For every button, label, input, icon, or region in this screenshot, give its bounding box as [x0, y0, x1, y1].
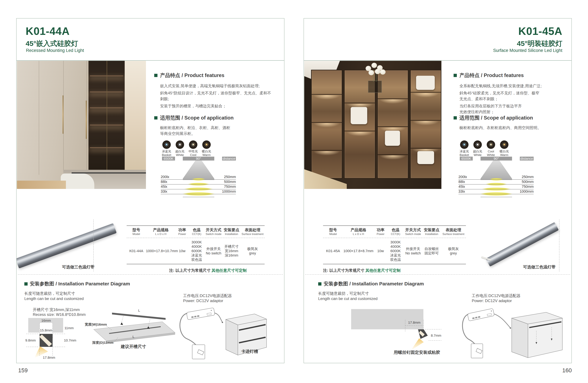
- recess-size-cn: 开槽尺寸:宽16mm,深11mm: [33, 307, 80, 312]
- scope-line: 橱柜柜底柜内、柜沿、衣柜、高柜、酒柜: [160, 125, 273, 131]
- lux-label: 88lx: [161, 180, 167, 184]
- vertical-divider: [559, 220, 559, 271]
- table-header-row: 型号Model 产品规格L x D x H 功率Power 色温CCT(K) 开…: [127, 225, 265, 238]
- custom-size-note: 注: 以上尺寸为常规尺寸 其他任意尺寸可定制: [323, 268, 400, 273]
- bullet-square-icon: [318, 282, 321, 286]
- light-label-en: Basket: [458, 153, 471, 157]
- table-header-cell: 开关方式Switch mode: [205, 228, 223, 236]
- storage-box: [385, 131, 400, 146]
- length-note-en: Length can be cut and customized: [318, 296, 378, 301]
- section-divider: [305, 274, 570, 275]
- install-section-header: 安装参数图 / Installation Parameter Diagram: [318, 281, 424, 287]
- recess-diagram: 16mm 11mm 15.8mm 9.8mm 10.7mm 17.8mm: [25, 317, 79, 361]
- svg-text:L: L: [138, 308, 140, 312]
- table-header-cell: 开关方式Switch mode: [404, 228, 422, 236]
- chart-line: [183, 197, 214, 197]
- light-label-cn: 中性光: [186, 150, 200, 153]
- distance-bar: distance: [520, 157, 534, 160]
- header-divider: [304, 60, 571, 61]
- install-value: 自攻螺丝固定即可: [422, 247, 441, 255]
- left-page-photo: [17, 61, 146, 189]
- floor: [17, 181, 66, 189]
- light-label-cn: 暖白光: [200, 150, 213, 153]
- length-note-cn: 长度可随意裁切，可定制尺寸: [318, 291, 369, 296]
- product-profile-image: [21, 221, 112, 265]
- light-mode-white: ☀ 超白光 White: [173, 140, 187, 157]
- svg-text:卡进灯槽: 卡进灯槽: [241, 349, 258, 354]
- sun-icon: ☀: [500, 140, 508, 149]
- vertical-divider: [93, 220, 94, 271]
- light-mode-ice-blue: ☀ 冰蓝光 Basket: [160, 140, 173, 157]
- aluminum-profile: [486, 222, 559, 267]
- distance-label: 250mm: [522, 175, 534, 179]
- table-header-cell: 功率Power: [176, 228, 189, 236]
- sun-icon: ☀: [176, 140, 184, 149]
- distance-label: 500mm: [224, 180, 236, 184]
- cct-value: 3000K4000K6000K冰蓝光双色温: [189, 240, 205, 262]
- feature-line: 当灯条应用在层板的下方于板边平齐: [460, 103, 561, 109]
- power-note-cn: 工作电压:DC12V电源适配器: [183, 293, 232, 298]
- flowers: [360, 62, 389, 93]
- surface-value: 极简灰grey: [240, 247, 265, 255]
- product-title-cn: 45°明装硅胶灯: [517, 39, 562, 48]
- table-header-cell: 功率Power: [374, 228, 387, 236]
- scope-header-text: 适用范围 / Scope of application: [160, 115, 234, 121]
- lux-label: 33lx: [459, 189, 465, 194]
- table-row: K01-44A 1000×17.8×10.7mm 10w 3000K4000K6…: [127, 238, 265, 264]
- table-header-cell: 型号Model: [323, 228, 343, 236]
- groove-diagram: L 宽度(W)16mm 深度(D)11mm L 建议开槽尺寸: [85, 309, 179, 349]
- distance-label: 750mm: [224, 185, 236, 189]
- adaptor-cabinet-diagram: [463, 303, 570, 363]
- surface-mount-diagram: 17.8mm 8.7mm 用螺丝钉固定安装或粘胶: [347, 307, 462, 356]
- lux-label: 200lx: [161, 175, 169, 179]
- svg-text:17.8mm: 17.8mm: [408, 321, 420, 324]
- light-label-cn: 超白光: [173, 150, 187, 153]
- sun-icon: ☀: [460, 140, 468, 149]
- right-page-photo: [304, 61, 441, 189]
- feature-line: 斜角45°防炫目设计，见光不见灯，迷你型极窄、无光点、柔和不刺眼;: [160, 90, 273, 102]
- chart-line: [459, 194, 534, 194]
- product-profile-image: [486, 221, 556, 263]
- sun-icon: ☀: [473, 140, 482, 149]
- svg-text:10.7mm: 10.7mm: [64, 338, 76, 342]
- product-caption: 可选做三色温灯带: [56, 264, 101, 270]
- switch-value: 外接开关No switch: [205, 247, 223, 255]
- beam-chart-block: ☀ 冰蓝光 Basket ☀ 超白光 White ☀ 中性光 Cool Whit…: [161, 140, 236, 181]
- light-mode-cool-white: ☀ Cool White: [484, 140, 498, 157]
- scope-line: 橱柜柜底柜内、衣柜柜底柜内、商用空间照明。: [460, 125, 564, 131]
- catalog-page-right: K01-45A 45°明装硅胶灯 Surface Mounted Silicon…: [304, 18, 572, 363]
- bullet-square-icon: [154, 116, 157, 119]
- svg-text:宽度(W)16mm: 宽度(W)16mm: [85, 323, 107, 326]
- door-handle: [63, 95, 63, 134]
- vase: [368, 81, 382, 93]
- lux-label: 200lx: [459, 175, 467, 179]
- switch-value: 外接开关No switch: [404, 247, 422, 255]
- svg-text:用螺丝钉固定安装或粘胶: 用螺丝钉固定安装或粘胶: [394, 350, 440, 355]
- lux-label: 88lx: [459, 180, 465, 184]
- svg-text:8.7mm: 8.7mm: [431, 334, 441, 337]
- table-header-cell: 产品规格L x D x H: [343, 228, 374, 236]
- aluminum-profile: [16, 223, 117, 268]
- cct-bar: 6500K: [162, 157, 175, 160]
- lux-label: 45lx: [161, 185, 167, 189]
- length-note-en: Length can be cut and customized: [24, 296, 84, 301]
- scope-header-text: 适用范围 / Scope of application: [460, 115, 533, 121]
- scope-header: 适用范围 / Scope of application: [154, 115, 273, 121]
- bullet-square-icon: [24, 282, 28, 286]
- features-header-text: 产品特点 / Product features: [460, 72, 524, 79]
- product-features-section: 产品特点 / Product features 嵌入式安装,简单便捷，高端无氧铜…: [154, 72, 273, 110]
- light-label-en: White: [173, 153, 187, 157]
- scope-section: 适用范围 / Scope of application 橱柜柜底柜内、衣柜柜底柜…: [454, 115, 564, 132]
- product-title-cn: 45°嵌入式硅胶灯: [26, 39, 78, 48]
- light-label-cn: 暖白光: [497, 150, 511, 153]
- sun-icon: ☀: [162, 140, 171, 149]
- distance-label: 1000mm: [520, 189, 534, 194]
- distance-bar: distance: [222, 157, 236, 160]
- table-header-cell: 表面处理Surface treatment: [441, 228, 466, 236]
- table-header-cell: 色温CCT(K): [189, 228, 205, 236]
- features-header: 产品特点 / Product features: [154, 72, 273, 79]
- angle-bar: 90°: [481, 157, 512, 160]
- handbag: [416, 76, 435, 90]
- sun-icon: ☀: [189, 140, 197, 149]
- model-value: K01-45A: [323, 249, 343, 253]
